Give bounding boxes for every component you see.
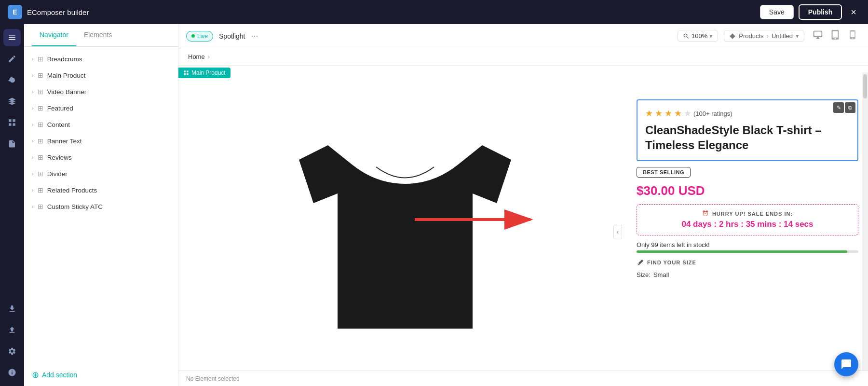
sidebar-icon-navigator[interactable] [3,29,21,46]
chevron-icon: › [32,154,34,160]
star-1: ★ [645,108,653,119]
plus-circle-icon: ⊕ [32,370,39,380]
nav-item-featured[interactable]: › ⊞ Featured [24,100,178,116]
chevron-icon: › [32,56,34,62]
stock-text: Only 99 items left in stock! [637,241,858,248]
tab-navigator[interactable]: Navigator [32,24,76,46]
countdown-time: 04 days : 2 hrs : 35 mins : 14 secs [645,220,850,229]
arrow-svg [405,205,540,234]
size-row: Size: Small [637,271,858,278]
app-logo: E [8,5,22,19]
canvas-scrollbar[interactable] [862,72,868,371]
section-icon: ⊞ [38,121,43,128]
tab-elements[interactable]: Elements [76,24,120,46]
duplicate-button[interactable]: ⧉ [845,102,855,113]
add-section-button[interactable]: ⊕ Add section [24,364,178,386]
chevron-icon: › [32,187,34,193]
chevron-icon: › [32,138,34,144]
star-4: ★ [674,108,682,119]
sidebar-icon-document[interactable] [3,135,21,152]
breadcrumb-path[interactable]: Products › Untitled ▾ [724,30,804,42]
ruler-icon [637,259,644,266]
close-button[interactable]: × [847,5,860,20]
rating-count: (100+ ratings) [693,110,732,117]
nav-item-divider[interactable]: › ⊞ Divider [24,165,178,182]
sidebar-icon-settings[interactable] [3,343,21,360]
desktop-view-button[interactable] [810,28,826,44]
zoom-control[interactable]: 100% ▾ [678,30,718,42]
top-bar-right: Save Publish × [760,4,860,20]
preview-toolbar: Live Spotlight ··· 100% ▾ Products › Unt… [178,24,868,48]
breadcrumb-separator: › [208,53,210,60]
product-price: $30.00 USD [637,183,858,198]
toolbar-mid: 100% ▾ Products › Untitled ▾ [678,28,860,44]
chevron-icon: › [32,105,34,111]
product-image-wrapper [188,116,622,348]
section-icon: ⊞ [38,88,43,96]
mobile-view-button[interactable] [845,28,860,44]
star-rating: ★ ★ ★ ★ ★ (100+ ratings) [645,108,850,119]
chevron-down-icon: ▾ [796,32,799,40]
nav-item-banner-text[interactable]: › ⊞ Banner Text [24,133,178,149]
edit-icons: ✎ ⧉ [833,102,855,113]
collapse-panel-button[interactable]: ‹ [613,225,622,239]
chevron-icon: › [32,72,34,78]
section-icon: ⊞ [38,137,43,145]
hurry-label: ⏰ HURRY UP! SALE ENDS IN: [645,210,850,217]
scrollbar-thumb [863,74,867,98]
star-2: ★ [655,108,663,119]
sidebar-icon-download[interactable] [3,321,21,339]
section-icon: ⊞ [38,203,43,210]
clock-icon: ⏰ [702,210,709,217]
section-icon: ⊞ [38,186,43,194]
star-3: ★ [665,108,672,119]
product-title: CleanShadeStyle Black T-shirt – Timeless… [645,123,850,152]
device-buttons [810,28,860,44]
tablet-view-button[interactable] [827,28,843,44]
section-icon: ⊞ [38,71,43,79]
size-value: Small [653,271,669,278]
live-badge: Live [186,31,213,41]
canvas-breadcrumb: Home › [178,48,868,66]
chevron-icon: › [32,122,34,127]
spotlight-label: Spotlight [219,32,245,40]
publish-button[interactable]: Publish [799,4,842,20]
canvas-page: Home › Main Product [178,48,868,371]
canvas-area: Home › Main Product [178,48,868,371]
section-icon: ⊞ [38,104,43,112]
nav-item-related-products[interactable]: › ⊞ Related Products [24,182,178,198]
section-icon: ⊞ [38,153,43,161]
size-label: Size: [637,271,651,278]
edit-button[interactable]: ✎ [833,102,844,113]
live-dot [191,34,195,38]
chat-icon [841,358,852,370]
main-layout: Navigator Elements › ⊞ Breadcrums › ⊞ Ma… [0,24,868,386]
sidebar-icon-help[interactable] [3,364,21,381]
sidebar-icon-upload[interactable] [3,300,21,317]
sidebar-icon-grid[interactable] [3,114,21,131]
sidebar-icon-layers[interactable] [3,93,21,110]
annotation-arrow [405,205,540,236]
more-options-button[interactable]: ··· [251,31,258,41]
status-bar: No Element selected [178,371,868,386]
nav-item-custom-sticky-atc[interactable]: › ⊞ Custom Sticky ATC [24,198,178,215]
sidebar-icon-pencil[interactable] [3,50,21,68]
nav-tabs: Navigator Elements [24,24,178,47]
nav-item-breadcrums[interactable]: › ⊞ Breadcrums [24,51,178,67]
nav-item-content[interactable]: › ⊞ Content [24,116,178,133]
badge-row: BEST SELLING [637,167,858,178]
nav-item-main-product[interactable]: › ⊞ Main Product [24,67,178,83]
chevron-down-icon: ▾ [709,32,713,40]
sidebar-icon-history[interactable] [3,71,21,89]
nav-item-video-banner[interactable]: › ⊞ Video Banner [24,83,178,100]
section-label-tab: Main Product [178,68,231,78]
find-size: FIND YOUR SIZE [637,259,858,266]
chevron-icon: › [32,171,34,177]
nav-item-reviews[interactable]: › ⊞ Reviews [24,149,178,165]
save-button[interactable]: Save [760,5,794,19]
section-icon: ⊞ [38,55,43,63]
chat-bubble-button[interactable] [834,352,858,376]
status-text: No Element selected [186,375,240,382]
chevron-icon: › [32,204,34,209]
breadcrumb-home-link[interactable]: Home [188,53,205,60]
